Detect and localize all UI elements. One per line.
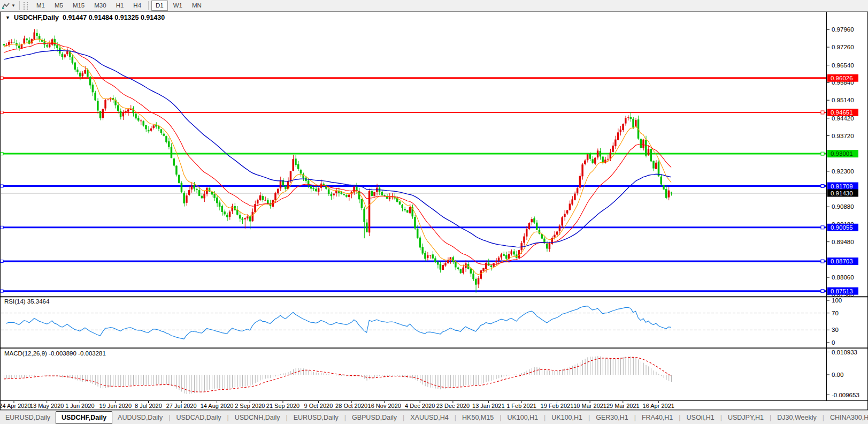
chart-window-frame (1, 12, 868, 410)
date-label: 14 Aug 2020 (201, 403, 234, 409)
line-handle-left[interactable] (1, 77, 3, 79)
price-tick-0.97960: 0.97960 (832, 26, 854, 33)
ohlc-values: 0.91447 0.91484 0.91325 0.91430 (63, 14, 165, 21)
rsi-indicator-label: RSI(14) 35.3464 (4, 298, 49, 305)
chart-canvas[interactable]: 0.979600.972600.965400.958400.951400.944… (0, 0, 868, 424)
tab-audusd-daily[interactable]: AUDUSD,Daily (112, 411, 168, 424)
tab-separator: | (544, 414, 546, 421)
tab-usdchf-daily[interactable]: USDCHF,Daily (56, 411, 112, 424)
date-label: 23 Dec 2020 (436, 403, 470, 409)
tab-china300-h1[interactable]: CHINA300,H1 (825, 411, 868, 424)
timeframe-button-h1[interactable]: H1 (112, 1, 128, 11)
date-label: 21 Sep 2020 (266, 403, 299, 409)
tab-eurusd-daily[interactable]: EURUSD,Daily (0, 411, 56, 424)
price-tick-0.93720: 0.93720 (832, 133, 854, 139)
line-handle-left[interactable] (1, 226, 3, 229)
line-handle-right[interactable] (821, 260, 824, 263)
timeframe-button-mn[interactable]: MN (188, 1, 206, 11)
line-handle-left[interactable] (1, 290, 3, 292)
tab-fra40-h1[interactable]: FRA40,H1 (636, 411, 678, 424)
tab-hk50-m15[interactable]: HK50,M15 (457, 411, 499, 424)
date-label: 10 Mar 2021 (573, 403, 606, 409)
tab-usoil-h1[interactable]: USOil,H1 (681, 411, 720, 424)
tab-eurusd-daily[interactable]: EURUSD,Daily (288, 411, 344, 424)
macd-tick--0.009653: -0.009653 (832, 392, 859, 398)
price-tick-0.89480: 0.89480 (832, 239, 854, 245)
rsi-tick-0: 0 (832, 339, 835, 346)
price-tick-0.97260: 0.97260 (832, 44, 854, 50)
tab-usdcad-daily[interactable]: USDCAD,Daily (171, 411, 226, 424)
date-label: 29 Mar 2021 (606, 403, 640, 409)
toolbar-separator (148, 1, 149, 10)
tab-ger30-h1[interactable]: GER30,H1 (590, 411, 633, 424)
timeframe-buttons: M1M5M15M30H1H4D1W1MN (32, 1, 206, 11)
macd-tick-0.010933: 0.010933 (832, 349, 857, 355)
timeframe-button-m30[interactable]: M30 (90, 1, 110, 11)
symbol-period-label: USDCHF,Daily (14, 14, 59, 21)
rsi-tick-100: 100 (832, 297, 842, 304)
timeframe-button-m15[interactable]: M15 (68, 1, 89, 11)
date-label: 4 Dec 2020 (405, 403, 435, 409)
tab-separator: | (286, 414, 287, 421)
line-handle-right[interactable] (821, 290, 824, 293)
date-label: 19 Jun 2020 (99, 403, 132, 409)
rsi-tick-70: 70 (832, 310, 839, 316)
chevron-down-icon[interactable]: ▼ (11, 3, 16, 8)
line-handle-left[interactable] (1, 153, 3, 155)
line-handle-left[interactable] (1, 260, 3, 263)
date-label: 1 Jun 2020 (65, 403, 94, 409)
line-handle-left[interactable] (1, 185, 3, 187)
svg-text:0.87513: 0.87513 (831, 288, 853, 294)
tab-separator: | (500, 414, 501, 421)
timeframe-button-m1[interactable]: M1 (32, 1, 49, 11)
toolbar-separator (19, 1, 20, 10)
date-label: 16 Apr 2021 (643, 403, 674, 409)
timeframe-button-d1[interactable]: D1 (151, 1, 168, 11)
tab-gbpusd-daily[interactable]: GBPUSD,Daily (347, 411, 402, 424)
tab-separator: | (344, 414, 346, 421)
svg-text:0.91430: 0.91430 (831, 190, 853, 196)
tab-separator: | (588, 414, 590, 421)
tab-separator: | (403, 414, 404, 421)
tab-uk100-h1[interactable]: UK100,H1 (502, 411, 543, 424)
macd-tick-0.00: 0.00 (832, 372, 843, 378)
timeframe-button-w1[interactable]: W1 (169, 1, 187, 11)
tab-usdcnh-daily[interactable]: USDCNH,Daily (229, 411, 286, 424)
macd-indicator-label: MACD(12,26,9) -0.003890 -0.003281 (4, 350, 106, 357)
tab-separator: | (455, 414, 456, 421)
toolbar-grip[interactable] (24, 2, 28, 10)
tab-separator: | (634, 414, 636, 421)
line-handle-right[interactable] (821, 185, 824, 188)
tab-separator: | (720, 414, 722, 421)
price-tick-0.95140: 0.95140 (832, 97, 854, 103)
toolbar: ▼ M1M5M15M30H1H4D1W1MN (0, 0, 868, 12)
time-axis[interactable]: 24 Apr 202013 May 20201 Jun 202019 Jun 2… (0, 401, 674, 409)
price-tick-0.96540: 0.96540 (832, 62, 854, 69)
line-handle-right[interactable] (821, 226, 824, 229)
date-label: 13 Jan 2021 (472, 403, 505, 409)
line-handle-left[interactable] (1, 111, 3, 114)
date-label: 24 Apr 2020 (0, 403, 31, 409)
date-label: 28 Oct 2020 (335, 403, 367, 409)
line-handle-right[interactable] (821, 111, 824, 114)
collapse-icon[interactable]: ▼ (5, 15, 10, 20)
timeframe-button-m5[interactable]: M5 (50, 1, 67, 11)
tab-dj30-weekly[interactable]: DJ30,Weekly (772, 411, 821, 424)
svg-text:0.96026: 0.96026 (831, 75, 853, 81)
draw-tool-icon[interactable] (1, 2, 11, 10)
symbol-tabbar: EURUSD,DailyUSDCHF,DailyAUDUSD,Daily|USD… (0, 410, 868, 424)
date-label: 13 May 2020 (30, 403, 64, 409)
tab-uk100-h1[interactable]: UK100,H1 (546, 411, 588, 424)
price-tick-0.90880: 0.90880 (832, 203, 854, 210)
tab-separator: | (168, 414, 170, 421)
svg-text:0.90055: 0.90055 (831, 224, 853, 231)
tab-separator: | (227, 414, 228, 421)
date-label: 2 Sep 2020 (235, 403, 265, 409)
line-handle-right[interactable] (821, 152, 824, 155)
svg-text:0.88703: 0.88703 (831, 258, 853, 264)
tab-usdjpy-h1[interactable]: USDJPY,H1 (723, 411, 769, 424)
price-tick-0.92300: 0.92300 (832, 168, 854, 175)
tab-xauusd-h4[interactable]: XAUUSD,H4 (405, 411, 454, 424)
svg-text:0.91709: 0.91709 (831, 183, 853, 190)
timeframe-button-h4[interactable]: H4 (129, 1, 145, 11)
